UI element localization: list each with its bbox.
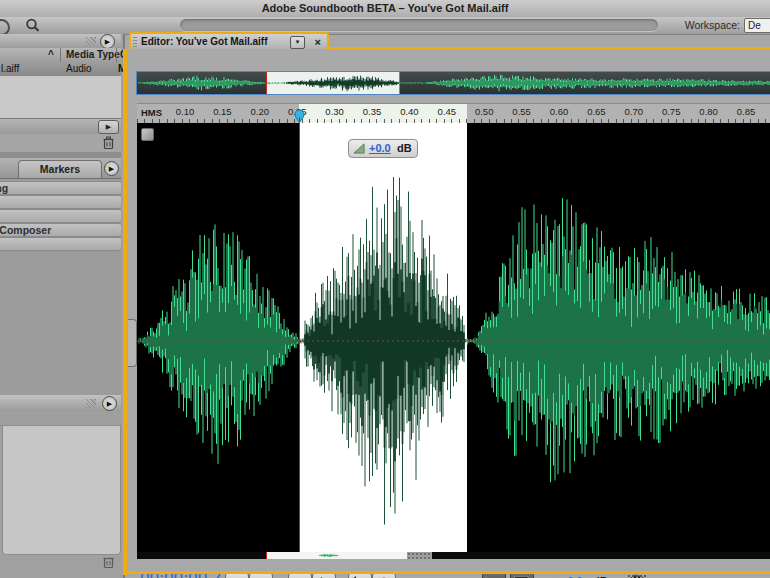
ruler-tick-label: 0.75 xyxy=(657,106,685,117)
ruler-tick-label: 0.40 xyxy=(395,106,423,117)
ruler-tick-label: 0.80 xyxy=(695,106,723,117)
tasks-panel-tab-row: Markers ▶ xyxy=(0,158,121,179)
trash-icon[interactable] xyxy=(102,136,115,150)
file-name-cell: l.aiff xyxy=(1,63,19,74)
nav-waveform xyxy=(137,72,770,94)
title-bar: Adobe Soundbooth BETA – You've Got Mail.… xyxy=(0,0,770,18)
lower-panel-menu-button[interactable]: ▶ xyxy=(102,396,117,411)
editor-panel: Editor: You've Got Mail.aiff ▼ × HMS 0.1… xyxy=(123,30,770,578)
task-item[interactable] xyxy=(0,209,121,223)
lower-panel-subbar xyxy=(0,411,121,426)
files-panel-base xyxy=(0,134,121,152)
ruler-tick-label: 0.45 xyxy=(433,106,461,117)
channel-indicator-icon[interactable] xyxy=(141,128,154,141)
files-list-area xyxy=(0,76,121,118)
ruler-tick-label: 0.55 xyxy=(508,106,536,117)
lower-panel-header: ▶ xyxy=(0,395,121,412)
ruler-tick-label: 0.85 xyxy=(732,106,760,117)
play-file-button[interactable]: ▶ xyxy=(98,120,119,134)
bottom-navigator-strip[interactable] xyxy=(137,552,770,559)
ruler-tick-label: 0.65 xyxy=(582,106,610,117)
editor-body: HMS 0.100.150.200.250.300.350.400.450.50… xyxy=(123,49,770,575)
ruler-tick-label: 0.60 xyxy=(545,106,573,117)
window-title: Adobe Soundbooth BETA – You've Got Mail.… xyxy=(262,2,509,14)
ruler-unit-label: HMS xyxy=(141,107,162,118)
zoom-tool-button[interactable] xyxy=(24,17,42,34)
task-item[interactable]: ming xyxy=(0,181,121,195)
volume-ramp-icon xyxy=(353,143,366,154)
vertical-scroll-grip[interactable] xyxy=(128,319,137,367)
timeline-ruler[interactable]: HMS 0.100.150.200.250.300.350.400.450.50… xyxy=(137,103,770,125)
gain-unit-label: dB xyxy=(397,141,412,156)
zoom-navigator-strip[interactable] xyxy=(136,71,770,95)
panel-highlight-border xyxy=(127,571,770,574)
nav-playhead-tick xyxy=(266,72,267,94)
playhead-line[interactable] xyxy=(299,117,300,552)
column-divider[interactable] xyxy=(116,48,117,62)
panel-grip-icon xyxy=(86,399,96,408)
selection-gain-button[interactable]: +0.0 dB xyxy=(348,139,418,158)
column-header-media-type[interactable]: Media Type xyxy=(66,49,120,60)
panel-grip-icon xyxy=(86,37,96,46)
ruler-tick-label: 0.20 xyxy=(246,106,274,117)
editor-tab-label: Editor: You've Got Mail.aiff xyxy=(141,36,267,47)
main-waveform xyxy=(137,123,770,552)
ruler-tick-label: 0.70 xyxy=(620,106,648,117)
files-panel-header: ▶ xyxy=(0,34,121,49)
file-row[interactable]: l.aiff Audio M xyxy=(0,62,121,77)
lower-panel-list-area xyxy=(2,425,121,555)
tab-markers[interactable]: Markers xyxy=(18,160,102,178)
app-window: Adobe Soundbooth BETA – You've Got Mail.… xyxy=(0,0,770,578)
file-type-cell: Audio xyxy=(66,63,92,74)
tasks-panel-menu-button[interactable]: ▶ xyxy=(104,161,119,176)
bottom-strip-waveform xyxy=(137,552,770,559)
transport-bar: 00:00:00.223 xyxy=(127,560,770,578)
files-panel-footer: ▶ xyxy=(0,118,121,135)
sidebar: ▶ ^ Media Type C l.aiff Audio M ▶ xyxy=(0,34,125,578)
tasks-panel-body: mingutoComposer xyxy=(0,179,121,395)
task-item[interactable] xyxy=(0,237,121,251)
tab-grip-icon xyxy=(133,37,137,47)
ruler-tick-label: 0.30 xyxy=(321,106,349,117)
trash-icon[interactable] xyxy=(102,555,115,569)
ruler-tick-label: 0.10 xyxy=(171,106,199,117)
magnifier-icon xyxy=(24,17,42,34)
files-panel-menu-button[interactable]: ▶ xyxy=(100,34,115,49)
column-divider[interactable] xyxy=(60,48,61,62)
ruler-tick-label: 0.15 xyxy=(208,106,236,117)
tab-menu-button[interactable]: ▼ xyxy=(290,36,305,49)
files-column-header: ^ Media Type C xyxy=(0,48,121,63)
task-item[interactable] xyxy=(0,195,121,209)
task-item[interactable]: utoComposer xyxy=(0,223,121,237)
tab-close-button[interactable]: × xyxy=(315,35,321,49)
bottom-playhead-tick xyxy=(266,552,267,559)
gain-value[interactable]: +0.0 xyxy=(369,141,391,156)
name-sort-indicator[interactable]: ^ xyxy=(48,49,54,60)
ruler-tick-label: 0.35 xyxy=(358,106,386,117)
ruler-tick-label: 0.50 xyxy=(470,106,498,117)
